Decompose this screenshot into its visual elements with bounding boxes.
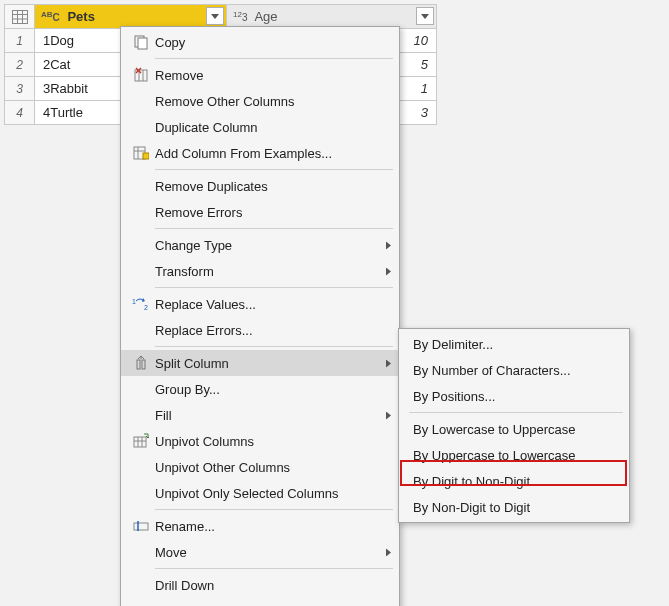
submenu-lowercase-to-uppercase[interactable]: By Lowercase to Uppercase (399, 416, 629, 442)
menu-separator (409, 412, 623, 413)
menu-label: Group By... (155, 382, 375, 397)
submenu-by-positions[interactable]: By Positions... (399, 383, 629, 409)
menu-rename[interactable]: Rename... (121, 513, 399, 539)
column-filter-dropdown[interactable] (206, 7, 224, 25)
submenu-uppercase-to-lowercase[interactable]: By Uppercase to Lowercase (399, 442, 629, 468)
submenu-arrow-icon (386, 264, 391, 279)
menu-label: Move (155, 545, 375, 560)
menu-drill-down[interactable]: Drill Down (121, 572, 399, 598)
menu-remove-errors[interactable]: Remove Errors (121, 199, 399, 225)
menu-label: Drill Down (155, 578, 375, 593)
svg-rect-15 (143, 153, 149, 159)
submenu-arrow-icon (386, 545, 391, 560)
menu-separator (155, 509, 393, 510)
menu-transform[interactable]: Transform (121, 258, 399, 284)
menu-label: Split Column (155, 356, 375, 371)
menu-separator (155, 228, 393, 229)
submenu-arrow-icon (386, 356, 391, 371)
table-corner-icon[interactable] (5, 5, 35, 29)
menu-separator (155, 58, 393, 59)
text-type-icon: ABC (41, 11, 60, 23)
menu-label: Unpivot Other Columns (155, 460, 375, 475)
menu-separator (155, 568, 393, 569)
menu-duplicate-column[interactable]: Duplicate Column (121, 114, 399, 140)
menu-separator (155, 169, 393, 170)
row-number: 3 (5, 77, 35, 101)
menu-label: Transform (155, 264, 375, 279)
menu-label: Fill (155, 408, 375, 423)
menu-label: Remove (155, 68, 375, 83)
submenu-arrow-icon (386, 408, 391, 423)
menu-label: By Digit to Non-Digit (413, 474, 605, 489)
number-type-icon: 123 (233, 11, 247, 23)
submenu-by-number-of-characters[interactable]: By Number of Characters... (399, 357, 629, 383)
menu-label: By Uppercase to Lowercase (413, 448, 605, 463)
svg-line-11 (136, 68, 141, 73)
menu-label: By Non-Digit to Digit (413, 500, 605, 515)
submenu-digit-to-non-digit[interactable]: By Digit to Non-Digit (399, 468, 629, 494)
column-header-age[interactable]: 123 Age (227, 5, 437, 29)
replace-values-icon: 12 (127, 297, 155, 311)
menu-separator (155, 346, 393, 347)
menu-label: Remove Errors (155, 205, 375, 220)
submenu-by-delimiter[interactable]: By Delimiter... (399, 331, 629, 357)
menu-label: Unpivot Only Selected Columns (155, 486, 375, 501)
svg-text:1: 1 (132, 298, 136, 305)
row-number: 4 (5, 101, 35, 125)
svg-rect-7 (135, 70, 147, 81)
menu-fill[interactable]: Fill (121, 402, 399, 428)
remove-column-icon (127, 67, 155, 83)
row-number: 2 (5, 53, 35, 77)
svg-rect-19 (137, 360, 140, 369)
menu-label: Change Type (155, 238, 375, 253)
menu-label: Copy (155, 35, 375, 50)
menu-label: Duplicate Column (155, 120, 375, 135)
copy-icon (127, 34, 155, 50)
submenu-arrow-icon (386, 238, 391, 253)
context-menu: Copy Remove Remove Other Columns Duplica… (120, 26, 400, 606)
menu-remove[interactable]: Remove (121, 62, 399, 88)
menu-change-type[interactable]: Change Type (121, 232, 399, 258)
menu-add-as-new-query[interactable]: Add as New Query (121, 598, 399, 606)
column-filter-dropdown[interactable] (416, 7, 434, 25)
menu-replace-errors[interactable]: Replace Errors... (121, 317, 399, 343)
svg-rect-5 (135, 36, 144, 47)
menu-label: By Lowercase to Uppercase (413, 422, 605, 437)
svg-rect-6 (138, 38, 147, 49)
svg-rect-20 (142, 360, 145, 369)
menu-add-column-from-examples[interactable]: Add Column From Examples... (121, 140, 399, 166)
svg-rect-12 (134, 147, 145, 159)
svg-rect-21 (134, 437, 146, 447)
menu-label: Replace Values... (155, 297, 375, 312)
column-header-label: Age (254, 9, 277, 24)
menu-label: By Positions... (413, 389, 605, 404)
menu-remove-duplicates[interactable]: Remove Duplicates (121, 173, 399, 199)
svg-rect-0 (12, 10, 27, 23)
menu-move[interactable]: Move (121, 539, 399, 565)
menu-label: Replace Errors... (155, 323, 375, 338)
svg-line-10 (136, 68, 141, 73)
menu-label: Remove Duplicates (155, 179, 375, 194)
menu-label: Rename... (155, 519, 375, 534)
menu-label: Remove Other Columns (155, 94, 375, 109)
menu-separator (155, 287, 393, 288)
row-number: 1 (5, 29, 35, 53)
menu-label: By Number of Characters... (413, 363, 605, 378)
menu-label: By Delimiter... (413, 337, 605, 352)
menu-group-by[interactable]: Group By... (121, 376, 399, 402)
column-header-pets[interactable]: ABC Pets (35, 5, 227, 29)
split-column-submenu: By Delimiter... By Number of Characters.… (398, 328, 630, 523)
unpivot-icon (127, 433, 155, 449)
add-column-icon (127, 145, 155, 161)
column-header-label: Pets (67, 9, 94, 24)
submenu-non-digit-to-digit[interactable]: By Non-Digit to Digit (399, 494, 629, 520)
menu-split-column[interactable]: Split Column (121, 350, 399, 376)
split-column-icon (127, 355, 155, 371)
menu-replace-values[interactable]: 12 Replace Values... (121, 291, 399, 317)
svg-rect-25 (134, 523, 148, 530)
menu-unpivot-columns[interactable]: Unpivot Columns (121, 428, 399, 454)
menu-unpivot-only-selected-columns[interactable]: Unpivot Only Selected Columns (121, 480, 399, 506)
menu-copy[interactable]: Copy (121, 29, 399, 55)
menu-remove-other-columns[interactable]: Remove Other Columns (121, 88, 399, 114)
menu-unpivot-other-columns[interactable]: Unpivot Other Columns (121, 454, 399, 480)
